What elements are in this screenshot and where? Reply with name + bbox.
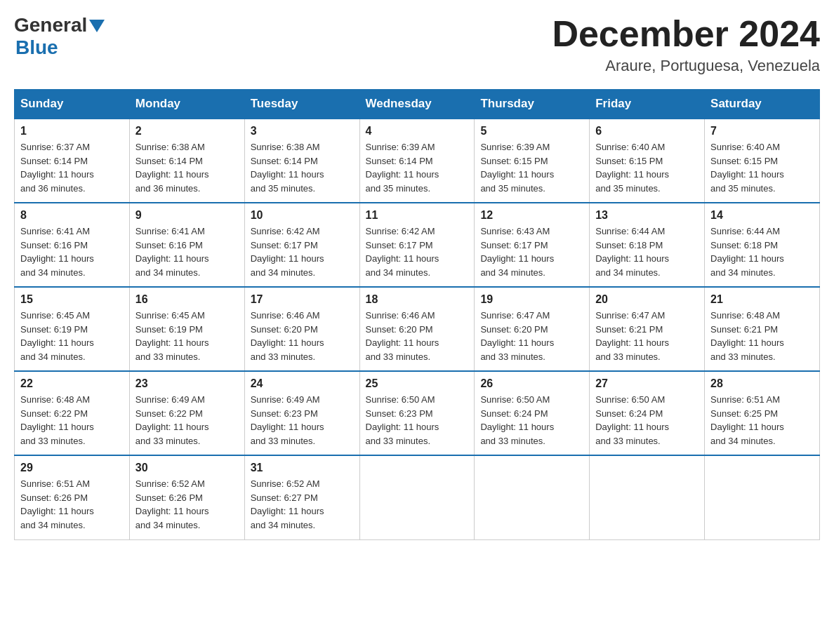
calendar-cell: 31 Sunrise: 6:52 AM Sunset: 6:27 PM Dayl… — [244, 455, 359, 539]
day-info: Sunrise: 6:38 AM Sunset: 6:14 PM Dayligh… — [251, 140, 354, 195]
calendar-cell: 6 Sunrise: 6:40 AM Sunset: 6:15 PM Dayli… — [590, 119, 705, 203]
day-number: 25 — [366, 377, 469, 390]
day-info: Sunrise: 6:42 AM Sunset: 6:17 PM Dayligh… — [366, 224, 469, 279]
calendar-week-1: 1 Sunrise: 6:37 AM Sunset: 6:14 PM Dayli… — [15, 119, 820, 203]
calendar-cell: 9 Sunrise: 6:41 AM Sunset: 6:16 PM Dayli… — [129, 203, 244, 287]
calendar-cell: 19 Sunrise: 6:47 AM Sunset: 6:20 PM Dayl… — [475, 287, 590, 371]
weekday-header-tuesday: Tuesday — [244, 90, 359, 119]
weekday-header-row: SundayMondayTuesdayWednesdayThursdayFrid… — [15, 90, 820, 119]
day-number: 5 — [480, 125, 583, 137]
weekday-header-saturday: Saturday — [705, 90, 820, 119]
calendar-cell: 14 Sunrise: 6:44 AM Sunset: 6:18 PM Dayl… — [705, 203, 820, 287]
day-number: 13 — [595, 209, 699, 222]
day-number: 30 — [135, 462, 239, 474]
day-info: Sunrise: 6:47 AM Sunset: 6:21 PM Dayligh… — [595, 309, 699, 363]
calendar-cell: 27 Sunrise: 6:50 AM Sunset: 6:24 PM Dayl… — [590, 371, 705, 455]
day-info: Sunrise: 6:47 AM Sunset: 6:20 PM Dayligh… — [480, 309, 583, 363]
calendar-cell: 12 Sunrise: 6:43 AM Sunset: 6:17 PM Dayl… — [475, 203, 590, 287]
calendar-cell: 11 Sunrise: 6:42 AM Sunset: 6:17 PM Dayl… — [359, 203, 475, 287]
calendar-cell — [359, 455, 475, 539]
logo: General Blue — [14, 14, 105, 59]
calendar-cell: 25 Sunrise: 6:50 AM Sunset: 6:23 PM Dayl… — [359, 371, 475, 455]
location-text: Araure, Portuguesa, Venezuela — [552, 57, 820, 75]
day-number: 1 — [20, 125, 124, 137]
day-number: 19 — [480, 293, 583, 306]
day-number: 7 — [710, 125, 814, 137]
day-info: Sunrise: 6:45 AM Sunset: 6:19 PM Dayligh… — [135, 309, 239, 363]
calendar-body: 1 Sunrise: 6:37 AM Sunset: 6:14 PM Dayli… — [15, 119, 820, 539]
day-info: Sunrise: 6:43 AM Sunset: 6:17 PM Dayligh… — [480, 224, 583, 279]
day-number: 29 — [20, 462, 124, 474]
day-number: 31 — [251, 462, 354, 474]
calendar-cell: 30 Sunrise: 6:52 AM Sunset: 6:26 PM Dayl… — [129, 455, 244, 539]
day-number: 4 — [366, 125, 469, 137]
day-info: Sunrise: 6:39 AM Sunset: 6:14 PM Dayligh… — [366, 140, 469, 195]
day-info: Sunrise: 6:51 AM Sunset: 6:26 PM Dayligh… — [20, 477, 124, 532]
calendar-cell: 13 Sunrise: 6:44 AM Sunset: 6:18 PM Dayl… — [590, 203, 705, 287]
day-info: Sunrise: 6:45 AM Sunset: 6:19 PM Dayligh… — [20, 309, 124, 363]
day-info: Sunrise: 6:46 AM Sunset: 6:20 PM Dayligh… — [251, 309, 354, 363]
calendar-cell: 22 Sunrise: 6:48 AM Sunset: 6:22 PM Dayl… — [15, 371, 130, 455]
day-number: 14 — [710, 209, 814, 222]
day-number: 2 — [135, 125, 239, 137]
day-info: Sunrise: 6:52 AM Sunset: 6:26 PM Dayligh… — [135, 477, 239, 532]
day-info: Sunrise: 6:44 AM Sunset: 6:18 PM Dayligh… — [595, 224, 699, 279]
calendar-week-5: 29 Sunrise: 6:51 AM Sunset: 6:26 PM Dayl… — [15, 455, 820, 539]
day-number: 28 — [710, 377, 814, 390]
calendar-week-2: 8 Sunrise: 6:41 AM Sunset: 6:16 PM Dayli… — [15, 203, 820, 287]
day-info: Sunrise: 6:49 AM Sunset: 6:22 PM Dayligh… — [135, 393, 239, 448]
day-number: 18 — [366, 293, 469, 306]
day-number: 23 — [135, 377, 239, 390]
day-info: Sunrise: 6:42 AM Sunset: 6:17 PM Dayligh… — [251, 224, 354, 279]
day-info: Sunrise: 6:41 AM Sunset: 6:16 PM Dayligh… — [20, 224, 124, 279]
calendar-week-4: 22 Sunrise: 6:48 AM Sunset: 6:22 PM Dayl… — [15, 371, 820, 455]
day-info: Sunrise: 6:49 AM Sunset: 6:23 PM Dayligh… — [251, 393, 354, 448]
weekday-header-friday: Friday — [590, 90, 705, 119]
day-number: 22 — [20, 377, 124, 390]
day-info: Sunrise: 6:40 AM Sunset: 6:15 PM Dayligh… — [595, 140, 699, 195]
day-info: Sunrise: 6:41 AM Sunset: 6:16 PM Dayligh… — [135, 224, 239, 279]
day-number: 26 — [480, 377, 583, 390]
calendar-cell: 17 Sunrise: 6:46 AM Sunset: 6:20 PM Dayl… — [244, 287, 359, 371]
day-info: Sunrise: 6:37 AM Sunset: 6:14 PM Dayligh… — [20, 140, 124, 195]
calendar-cell — [475, 455, 590, 539]
calendar-cell: 20 Sunrise: 6:47 AM Sunset: 6:21 PM Dayl… — [590, 287, 705, 371]
weekday-header-sunday: Sunday — [15, 90, 130, 119]
day-number: 17 — [251, 293, 354, 306]
calendar-cell: 3 Sunrise: 6:38 AM Sunset: 6:14 PM Dayli… — [244, 119, 359, 203]
day-number: 15 — [20, 293, 124, 306]
calendar-cell: 26 Sunrise: 6:50 AM Sunset: 6:24 PM Dayl… — [475, 371, 590, 455]
day-info: Sunrise: 6:48 AM Sunset: 6:21 PM Dayligh… — [710, 309, 814, 363]
day-number: 20 — [595, 293, 699, 306]
calendar-cell: 29 Sunrise: 6:51 AM Sunset: 6:26 PM Dayl… — [15, 455, 130, 539]
calendar-cell: 10 Sunrise: 6:42 AM Sunset: 6:17 PM Dayl… — [244, 203, 359, 287]
title-section: December 2024 Araure, Portuguesa, Venezu… — [552, 14, 820, 75]
day-number: 11 — [366, 209, 469, 222]
day-info: Sunrise: 6:46 AM Sunset: 6:20 PM Dayligh… — [366, 309, 469, 363]
day-info: Sunrise: 6:50 AM Sunset: 6:24 PM Dayligh… — [480, 393, 583, 448]
day-info: Sunrise: 6:39 AM Sunset: 6:15 PM Dayligh… — [480, 140, 583, 195]
calendar-week-3: 15 Sunrise: 6:45 AM Sunset: 6:19 PM Dayl… — [15, 287, 820, 371]
calendar-cell: 1 Sunrise: 6:37 AM Sunset: 6:14 PM Dayli… — [15, 119, 130, 203]
day-number: 27 — [595, 377, 699, 390]
page-header: General Blue December 2024 Araure, Portu… — [14, 14, 820, 75]
calendar-cell: 7 Sunrise: 6:40 AM Sunset: 6:15 PM Dayli… — [705, 119, 820, 203]
day-info: Sunrise: 6:40 AM Sunset: 6:15 PM Dayligh… — [710, 140, 814, 195]
calendar-cell: 23 Sunrise: 6:49 AM Sunset: 6:22 PM Dayl… — [129, 371, 244, 455]
calendar-cell: 24 Sunrise: 6:49 AM Sunset: 6:23 PM Dayl… — [244, 371, 359, 455]
day-info: Sunrise: 6:48 AM Sunset: 6:22 PM Dayligh… — [20, 393, 124, 448]
calendar-table: SundayMondayTuesdayWednesdayThursdayFrid… — [14, 89, 820, 540]
day-number: 3 — [251, 125, 354, 137]
calendar-cell: 21 Sunrise: 6:48 AM Sunset: 6:21 PM Dayl… — [705, 287, 820, 371]
calendar-cell: 16 Sunrise: 6:45 AM Sunset: 6:19 PM Dayl… — [129, 287, 244, 371]
day-number: 24 — [251, 377, 354, 390]
day-info: Sunrise: 6:50 AM Sunset: 6:23 PM Dayligh… — [366, 393, 469, 448]
calendar-cell — [590, 455, 705, 539]
calendar-header: SundayMondayTuesdayWednesdayThursdayFrid… — [15, 90, 820, 119]
day-info: Sunrise: 6:51 AM Sunset: 6:25 PM Dayligh… — [710, 393, 814, 448]
calendar-cell: 4 Sunrise: 6:39 AM Sunset: 6:14 PM Dayli… — [359, 119, 475, 203]
month-title: December 2024 — [552, 14, 820, 54]
calendar-cell: 18 Sunrise: 6:46 AM Sunset: 6:20 PM Dayl… — [359, 287, 475, 371]
svg-marker-0 — [89, 20, 105, 32]
logo-blue-text: Blue — [14, 36, 105, 59]
